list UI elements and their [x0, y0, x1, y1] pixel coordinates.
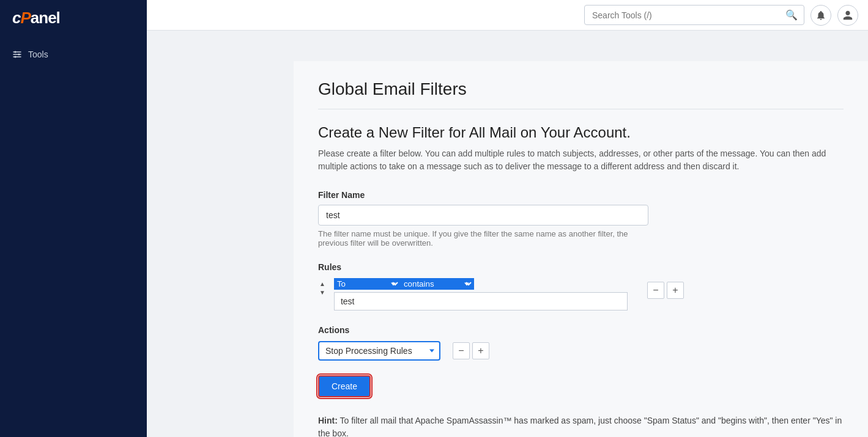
filter-name-input[interactable]: [318, 205, 648, 226]
main-content: Global Email Filters Create a New Filter…: [294, 61, 868, 437]
topbar: 🔍: [147, 0, 868, 31]
hint-1-prefix: Hint:: [318, 416, 338, 425]
rules-label: Rules: [318, 262, 844, 272]
cpanel-logo-text: cPanel: [12, 9, 60, 28]
hint-1: Hint: To filter all mail that Apache Spa…: [318, 414, 844, 437]
svg-point-1: [18, 54, 20, 56]
rule-condition-wrapper: contains does not contain begins with en…: [401, 278, 474, 290]
svg-point-0: [15, 51, 17, 53]
filter-name-group: Filter Name The filter name must be uniq…: [318, 190, 844, 248]
action-remove-button[interactable]: −: [453, 342, 470, 359]
filter-name-label: Filter Name: [318, 190, 844, 200]
filter-name-hint: The filter name must be unique. If you g…: [318, 229, 648, 248]
action-select[interactable]: Stop Processing Rules Deliver to Folder …: [318, 341, 440, 361]
hint-1-text: To filter all mail that Apache SpamAssas…: [318, 416, 842, 437]
rule-remove-button[interactable]: −: [647, 282, 664, 299]
section-title: Create a New Filter for All Mail on Your…: [318, 124, 844, 141]
search-bar[interactable]: 🔍: [584, 5, 804, 25]
bell-icon[interactable]: [811, 5, 831, 26]
action-add-button[interactable]: +: [472, 342, 489, 359]
sidebar-nav: Tools: [0, 36, 147, 73]
rule-field-wrapper: To From Subject Reply Address Body: [334, 278, 401, 290]
sidebar: cPanel Tools: [0, 0, 147, 437]
search-button[interactable]: 🔍: [779, 6, 804, 24]
sidebar-item-tools[interactable]: Tools: [0, 43, 147, 65]
rule-add-remove: − +: [647, 278, 684, 299]
rule-value-input[interactable]: [334, 292, 628, 310]
svg-point-2: [15, 56, 17, 58]
sidebar-item-label: Tools: [28, 50, 48, 59]
action-add-remove: − +: [453, 342, 489, 359]
action-row: Stop Processing Rules Deliver to Folder …: [318, 341, 844, 361]
rule-add-button[interactable]: +: [667, 282, 684, 299]
action-select-wrapper: Stop Processing Rules Deliver to Folder …: [318, 341, 440, 361]
rule-down-arrow[interactable]: ▼: [318, 289, 327, 296]
search-icon: 🔍: [785, 10, 798, 20]
rule-condition-select[interactable]: contains does not contain begins with en…: [401, 278, 474, 290]
rule-up-arrow[interactable]: ▲: [318, 281, 327, 288]
rules-section: Rules ▲ ▼ To From Subject: [318, 262, 844, 310]
user-icon[interactable]: [837, 5, 858, 26]
section-desc: Please create a filter below. You can ad…: [318, 147, 844, 173]
actions-label: Actions: [318, 325, 844, 335]
cpanel-logo: cPanel: [0, 0, 147, 36]
search-input[interactable]: [585, 7, 779, 24]
actions-section: Actions Stop Processing Rules Deliver to…: [318, 325, 844, 361]
page-title: Global Email Filters: [318, 79, 844, 109]
rule-field-select[interactable]: To From Subject Reply Address Body: [334, 278, 401, 290]
create-button[interactable]: Create: [318, 375, 371, 397]
tools-icon: [12, 50, 22, 59]
